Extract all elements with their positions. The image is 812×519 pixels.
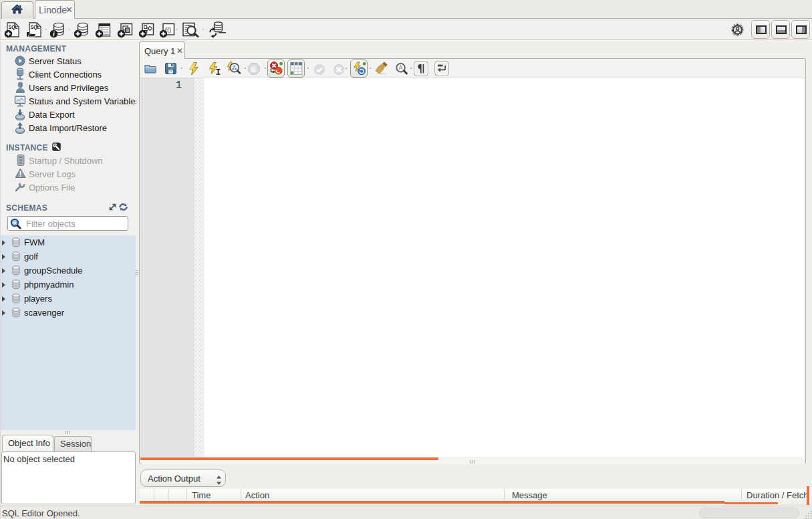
- svg-text:SQL: SQL: [9, 25, 18, 30]
- svg-text:(): (): [167, 27, 171, 33]
- svg-text:SQL: SQL: [31, 25, 40, 30]
- svg-text:i: i: [53, 30, 55, 37]
